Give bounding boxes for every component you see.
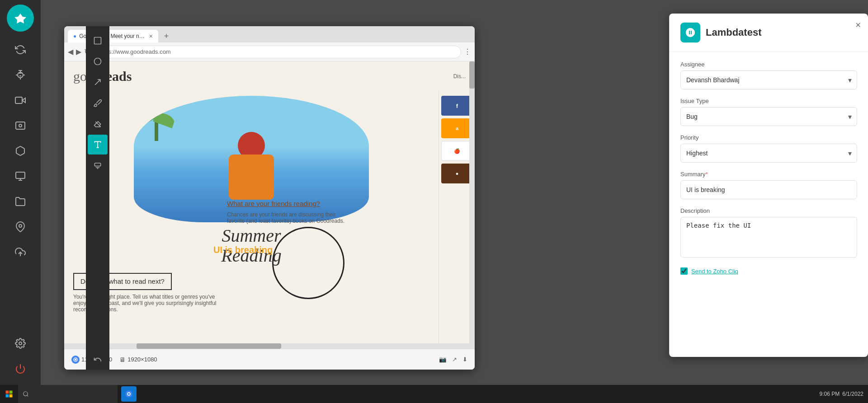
taskbar-date: 6/1/2022 <box>842 391 863 397</box>
svg-point-13 <box>94 58 101 65</box>
issue-type-field: Issue Type Bug Feature Task Improvement <box>680 98 857 126</box>
summary-input[interactable] <box>680 180 857 199</box>
main-area: ● Goodreads | Meet your next fav... × + … <box>0 0 868 385</box>
summary-label: Summary* <box>680 171 857 178</box>
browser-content: goodreads Dis... <box>64 61 475 370</box>
start-button[interactable] <box>0 385 18 403</box>
lt-title: Lambdatest <box>706 27 761 38</box>
header-discover[interactable]: Dis... <box>453 73 466 80</box>
svg-point-8 <box>19 225 22 227</box>
header-actions: Dis... <box>453 73 466 80</box>
address-bar[interactable]: https://www.goodreads.com <box>93 46 461 58</box>
zoho-label[interactable]: Send to Zoho Cliq <box>691 268 738 275</box>
lt-logo <box>680 23 700 42</box>
chrome-icon <box>71 356 80 364</box>
sidebar-item-upload[interactable] <box>7 240 34 264</box>
more-options-button[interactable]: ⋮ <box>464 47 471 56</box>
sidebar-item-bug[interactable] <box>7 63 34 87</box>
sidebar-item-3d[interactable] <box>7 139 34 163</box>
summary-label-text: Summary <box>680 171 706 178</box>
tool-rectangle[interactable] <box>88 31 108 51</box>
svg-rect-12 <box>94 37 101 44</box>
new-tab-button[interactable]: + <box>160 30 173 42</box>
tool-eraser[interactable] <box>88 114 108 134</box>
taskbar-search[interactable] <box>18 385 118 403</box>
svg-point-4 <box>19 124 22 127</box>
taskbar-chrome-icon[interactable] <box>121 386 137 402</box>
sidebar-item-location[interactable] <box>7 215 34 239</box>
issue-type-select[interactable]: Bug Feature Task Improvement <box>680 107 857 126</box>
priority-label: Priority <box>680 134 857 141</box>
svg-point-10 <box>19 342 22 345</box>
browser-bottom-bar: 113 ⊞ 10 🖥 1920×1080 📷 ↗ ⬇ <box>64 349 475 370</box>
sidebar-item-settings[interactable] <box>7 332 34 355</box>
browser-tab-active[interactable]: ● Goodreads | Meet your next fav... × <box>68 30 158 42</box>
forward-nav-button[interactable]: ▶ <box>76 47 81 56</box>
svg-rect-20 <box>6 391 9 394</box>
page-body: Summer Reading Deciding what to read nex… <box>64 91 475 368</box>
tool-brush[interactable] <box>88 93 108 113</box>
tool-arrow[interactable] <box>88 72 108 92</box>
svg-rect-22 <box>6 394 9 398</box>
sidebar-item-monitor[interactable] <box>7 164 34 188</box>
taskbar-time: 9:06 PM <box>820 391 840 397</box>
scrollbar-thumb[interactable] <box>469 61 475 89</box>
svg-rect-23 <box>9 394 13 398</box>
sidebar-logo[interactable] <box>7 5 34 32</box>
zoho-checkbox-row: Send to Zoho Cliq <box>680 267 857 275</box>
h-scrollbar-thumb[interactable] <box>137 343 281 349</box>
sidebar-item-folder[interactable] <box>7 190 34 213</box>
taskbar-right: 9:06 PM 6/1/2022 <box>820 391 868 397</box>
priority-select[interactable]: Highest High Medium Low Lowest <box>680 144 857 163</box>
svg-point-19 <box>75 359 76 361</box>
friends-section: What are your friends reading? Chances a… <box>227 200 354 224</box>
tool-stamp[interactable] <box>88 155 108 175</box>
summary-required: * <box>706 171 708 178</box>
tool-circle[interactable] <box>88 52 108 71</box>
screenshot-btn[interactable]: 📷 <box>439 356 447 363</box>
tool-strip <box>86 26 109 370</box>
sidebar-item-video[interactable] <box>7 89 34 112</box>
issue-type-label: Issue Type <box>680 98 857 104</box>
friends-link[interactable]: What are your friends reading? <box>227 200 320 207</box>
apple-btn[interactable]: 🍎 <box>441 141 473 161</box>
priority-field: Priority Highest High Medium Low Lowest <box>680 134 857 163</box>
sidebar-item-power[interactable] <box>7 357 34 380</box>
lt-close-button[interactable]: × <box>855 20 861 30</box>
assignee-label: Assignee <box>680 61 857 68</box>
description-label: Description <box>680 207 857 214</box>
browser-container: ● Goodreads | Meet your next fav... × + … <box>41 13 479 361</box>
taskbar: 9:06 PM 6/1/2022 <box>0 385 868 403</box>
annotation-ui-breaking: UI is breaking <box>213 245 273 255</box>
svg-point-24 <box>24 392 28 396</box>
sidebar-item-sync[interactable] <box>7 38 34 61</box>
back-nav-button[interactable]: ◀ <box>68 47 73 56</box>
description-textarea[interactable]: Please fix the UI <box>680 217 857 258</box>
svg-point-28 <box>128 393 130 395</box>
svg-rect-17 <box>94 163 100 166</box>
tool-undo[interactable] <box>88 350 108 370</box>
lambdatest-panel: × Lambdatest Assignee Devansh Bhardwaj J… <box>669 14 868 357</box>
browser-tabs: ● Goodreads | Meet your next fav... × + <box>64 26 475 42</box>
tool-text[interactable] <box>88 135 108 155</box>
amazon-btn[interactable]: a <box>441 118 473 138</box>
other-btn[interactable]: ● <box>441 164 473 183</box>
browser-toolbar: ◀ ▶ ↻ https://www.goodreads.com ⋮ <box>64 42 475 61</box>
priority-select-wrapper: Highest High Medium Low Lowest <box>680 144 857 163</box>
download-btn[interactable]: ⬇ <box>462 356 467 363</box>
facebook-btn[interactable]: f <box>441 96 473 116</box>
tab-close-icon[interactable]: × <box>149 33 153 40</box>
description-field: Description Please fix the UI <box>680 207 857 259</box>
assignee-select-wrapper: Devansh Bhardwaj John Doe Jane Smith <box>680 70 857 89</box>
svg-line-25 <box>27 395 28 397</box>
bottom-actions: 📷 ↗ ⬇ <box>439 356 467 363</box>
share-btn[interactable]: ↗ <box>452 356 457 363</box>
vertical-scrollbar[interactable] <box>469 61 475 370</box>
sidebar-item-screenshot[interactable] <box>7 114 34 137</box>
horizontal-scrollbar[interactable] <box>64 343 475 349</box>
assignee-select[interactable]: Devansh Bhardwaj John Doe Jane Smith <box>680 70 857 89</box>
svg-rect-2 <box>15 97 22 103</box>
svg-rect-5 <box>16 172 25 178</box>
zoho-checkbox[interactable] <box>680 267 688 275</box>
browser-window: ● Goodreads | Meet your next fav... × + … <box>64 26 475 370</box>
